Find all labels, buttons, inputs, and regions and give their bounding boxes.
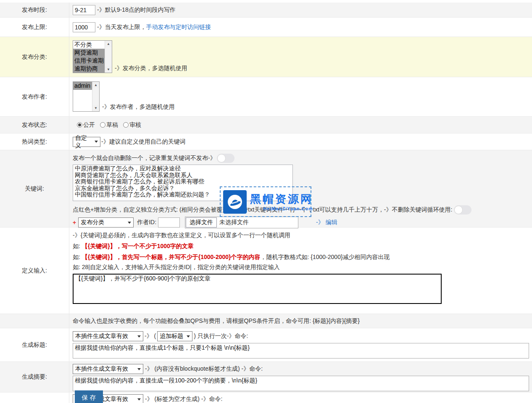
manual-publish-link[interactable]: 手动发布与定时访问链接 [146, 24, 211, 31]
publish-time-label: 发布时段: [0, 3, 69, 17]
scroll-down-icon[interactable]: ▼ [105, 66, 112, 73]
row-publish-category: 发布分类: 不分类 网贷逾期 信用卡逾期 逾期协商 ▲ ▼ [0, 37, 532, 77]
edit-link[interactable]: -》 编辑 [316, 219, 337, 226]
row-gen-summary: 生成摘要: 本插件生成文章有效 -》 (内容没有blockquote标签才生成)… [0, 362, 532, 393]
settings-page: 发布时段: -》默认9-18点的时间段内写作 发布上限: -》当天发布上限， 手… [0, 0, 532, 403]
author-id-input[interactable] [158, 217, 180, 228]
keyword-loop-toggle[interactable] [454, 205, 471, 215]
gen-tag-mid: -》 (标签为空才生成) -》命令: [145, 394, 222, 403]
radio-icon [100, 122, 105, 128]
publish-limit-input[interactable] [73, 22, 95, 32]
keywords-note: 点红色+增加分类，自定义独立分类方式: (相同分类会被覆盖)，支持txt关键词文… [73, 206, 452, 214]
hotword-type-label: 热词类型: [0, 133, 69, 150]
row-keywords: 关键词: 发布一个就会自动删除一个，记录重复关键词不发布-》 中原消费逾期了怎么… [0, 150, 532, 228]
gen-title-label: 生成标题: [0, 328, 69, 361]
status-radio-public[interactable]: 公开 [77, 121, 95, 129]
gen-summary-command-textarea[interactable]: 根据我提供给你的内容，直接生成一段100-200个字的摘要，\n\n{标题} [73, 376, 529, 391]
listbox-scrollbar[interactable]: ▲ ▼ [105, 41, 112, 73]
keywords-textarea[interactable]: 中原消费逾期了怎么办，应对及解决途径 网商贷逾期了怎么办，几天会联系紧急联系人 … [73, 165, 293, 201]
row-define-input: 定义输入: -》{关键词}是必须的，生成内容字数也在这里定义，可以设置多个一行一… [0, 228, 532, 314]
chevron-down-icon [137, 335, 141, 338]
radio-label: 审核 [129, 121, 141, 129]
hotword-type-desc: -》建议自定义使用自己的关键词 [101, 138, 186, 146]
gen-title-mid1: -》 ( [145, 332, 156, 340]
radio-label: 公开 [83, 121, 95, 129]
gen-summary-mid: -》 (内容没有blockquote标签才生成) -》命令: [145, 365, 263, 373]
row-publish-time: 发布时段: -》默认9-18点的时间段内写作 [0, 3, 532, 18]
example-text: 28|自定义输入，支持输入开头指定分类ID|，指定分类的关键词使用指定输入 [82, 264, 280, 270]
keywords-toggle1-text: 发布一个就会自动删除一个，记录重复关键词不发布-》 [73, 154, 216, 162]
row-publish-limit: 发布上限: -》当天发布上限， 手动发布与定时访问链接 [0, 18, 532, 37]
chevron-down-icon [128, 222, 131, 224]
publish-category-label: 发布分类: [0, 37, 69, 77]
publish-time-input[interactable] [73, 5, 95, 15]
category-option[interactable]: 网贷逾期 [73, 49, 105, 57]
save-button[interactable]: 保 存 [75, 390, 103, 403]
example-prefix: 如: [73, 264, 82, 270]
category-option[interactable]: 信用卡逾期 [73, 57, 105, 65]
row-publish-status: 发布状态: 公开 草稿 审核 [0, 117, 532, 133]
author-option[interactable]: admin [73, 82, 92, 90]
status-radio-draft[interactable]: 草稿 [100, 121, 118, 129]
publish-author-listbox[interactable]: admin ▲ ▼ [73, 81, 100, 112]
select-value: 本插件生成文章有效 [75, 332, 128, 340]
keywords-label: 关键词: [0, 150, 69, 227]
example-prefix: 如: [73, 254, 82, 260]
category-option[interactable]: 不分类 [73, 41, 105, 49]
gen-title-scope-select[interactable]: 本插件生成文章有效 [73, 331, 143, 341]
publish-limit-desc: -》当天发布上限， [97, 24, 146, 31]
row-command-note: 命令输入也是按字收费的，每个功能都会叠加QPS与费用，请根据QPS条件开启，命令… [0, 314, 532, 328]
publish-limit-label: 发布上限: [0, 18, 69, 37]
choose-file-button[interactable]: 选择文件 [186, 217, 217, 228]
row-hotword-type: 热词类型: 自定义 -》建议自定义使用自己的关键词 [0, 133, 532, 150]
chevron-down-icon [137, 368, 141, 370]
publish-author-label: 发布作者: [0, 77, 69, 116]
define-input-label: 定义输入: [0, 228, 69, 314]
status-radio-review[interactable]: 审核 [123, 121, 141, 129]
radio-icon [77, 122, 82, 128]
empty-label [0, 393, 69, 403]
example-red-text: 【{关键词}】，首先写一个标题，并写不少于{1000-2000}个字的内容 [82, 254, 261, 260]
gen-summary-label: 生成摘要: [0, 362, 69, 392]
radio-label: 草稿 [106, 121, 118, 129]
publish-status-label: 发布状态: [0, 117, 69, 133]
gen-title-mode-select[interactable]: 追加标题 [157, 331, 192, 341]
delete-keyword-toggle[interactable] [217, 154, 234, 163]
keyword-file-input[interactable]: 选择文件 未选择文件 [185, 217, 298, 228]
chevron-down-icon [137, 398, 141, 400]
publish-category-listbox[interactable]: 不分类 网贷逾期 信用卡逾期 逾期协商 ▲ ▼ [73, 40, 112, 73]
file-status-text: 未选择文件 [219, 219, 249, 226]
select-value: 发布分类 [81, 219, 104, 226]
gen-title-mid2: ) 只执行一次-》命令: [194, 332, 248, 340]
gen-title-command-textarea[interactable]: 根据我提供给你的内容，直接生成1个标题，只要1个标题 \n\n{标题} [73, 343, 529, 359]
toggle-knob-icon [217, 154, 226, 162]
empty-label [0, 314, 69, 328]
category-option[interactable]: 逾期协商 [73, 65, 105, 73]
scroll-up-icon[interactable]: ▲ [92, 82, 99, 88]
select-value: 自定义 [75, 134, 91, 149]
publish-author-desc: -》发布作者，多选随机使用 [102, 103, 175, 111]
publish-category-desc: -》发布分类，多选随机使用 [115, 65, 187, 72]
example-red-text: 【{关键词}】，写一个不少于1000字的文章 [82, 243, 194, 249]
select-value: 追加标题 [160, 332, 183, 340]
add-category-button[interactable]: + [73, 219, 76, 226]
scroll-up-icon[interactable]: ▲ [105, 41, 112, 47]
define-input-line1: -》{关键词}是必须的，生成内容字数也在这里定义，可以设置多个一行一个随机调用 [73, 232, 532, 239]
example-prefix: 如: [73, 243, 82, 249]
row-gen-title: 生成标题: 本插件生成文章有效 -》 ( 追加标题 ) 只执行一次-》命令: 根… [0, 328, 532, 362]
select-value: 本插件生成文章有效 [75, 365, 128, 373]
scroll-down-icon[interactable]: ▼ [92, 105, 99, 111]
toggle-knob-icon [454, 206, 463, 214]
keyword-category-select[interactable]: 发布分类 [78, 217, 134, 228]
command-note-text: 命令输入也是按字收费的，每个功能都会叠加QPS与费用，请根据QPS条件开启，命令… [73, 317, 360, 325]
gen-summary-scope-select[interactable]: 本插件生成文章有效 [73, 364, 143, 374]
define-input-textarea[interactable]: 【{关键词}】，并写不少于{600-900}个字的原创文章 [73, 274, 442, 304]
radio-icon [123, 122, 129, 128]
hotword-type-select[interactable]: 自定义 [73, 137, 100, 147]
row-publish-author: 发布作者: admin ▲ ▼ -》发布作者，多选随机使用 [0, 77, 532, 117]
listbox-scrollbar[interactable]: ▲ ▼ [92, 82, 99, 111]
publish-time-desc: -》默认9-18点的时间段内写作 [97, 6, 176, 14]
author-id-label: 作者ID: [137, 219, 156, 226]
chevron-down-icon [95, 141, 98, 143]
chevron-down-icon [187, 335, 190, 338]
